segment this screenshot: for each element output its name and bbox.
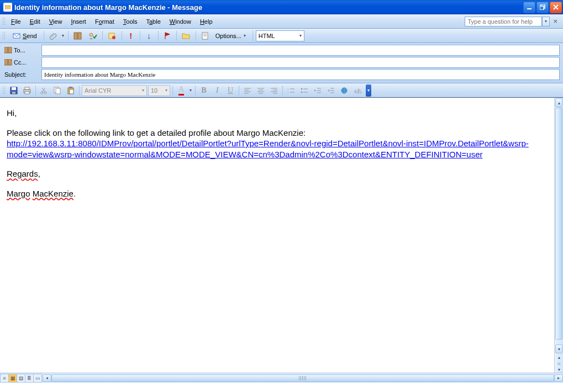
address-area: To... Cc... Subject: <box>0 43 563 83</box>
message-body[interactable]: Hi, Please click on the following link t… <box>0 98 554 373</box>
formatting-toolbar: Arial CYR▾ 10▾ A ▾ B I U 12 aあ ▾ <box>0 83 563 98</box>
menu-help[interactable]: Help <box>196 17 217 27</box>
prev-page-button[interactable]: ▴ <box>555 354 563 361</box>
underline-button[interactable]: U <box>224 84 236 97</box>
flag-button[interactable] <box>161 30 173 42</box>
reading-view-button[interactable]: ▭ <box>33 374 42 383</box>
toolbar-grip[interactable] <box>2 86 6 95</box>
hyperlink-icon <box>340 87 348 94</box>
subject-input[interactable] <box>41 69 560 80</box>
font-size-dropdown[interactable]: 10▾ <box>148 85 170 96</box>
address-book-button[interactable] <box>71 30 85 42</box>
insert-object-button[interactable]: aあ <box>351 84 364 97</box>
help-search-input[interactable] <box>465 17 542 27</box>
paste-button[interactable] <box>65 84 77 97</box>
check-names-button[interactable] <box>86 30 99 42</box>
numbered-list-button[interactable]: 12 <box>285 84 297 97</box>
italic-button[interactable]: I <box>211 84 223 97</box>
outline-view-button[interactable]: ≣ <box>25 374 34 383</box>
decrease-indent-button[interactable] <box>312 84 324 97</box>
svg-point-9 <box>112 36 115 39</box>
menu-insert[interactable]: Insert <box>66 17 91 27</box>
save-button[interactable] <box>8 84 20 97</box>
insert-file-button[interactable] <box>180 30 193 42</box>
restore-button[interactable] <box>536 2 549 13</box>
attach-button[interactable] <box>47 30 59 42</box>
book-icon <box>73 32 82 40</box>
options-button[interactable]: Options...▾ <box>213 30 250 42</box>
scroll-up-button[interactable]: ▴ <box>555 98 562 107</box>
toolbar-grip[interactable] <box>2 17 6 26</box>
font-dropdown[interactable]: Arial CYR▾ <box>82 85 147 96</box>
hscroll-thumb[interactable] <box>51 374 554 382</box>
vertical-scrollbar[interactable]: ▴ ▾ ▴ ○ ▾ <box>554 98 563 373</box>
to-input[interactable] <box>41 45 560 56</box>
permission-button[interactable] <box>106 30 119 42</box>
select-browse-button[interactable]: ○ <box>555 361 563 366</box>
svg-rect-28 <box>69 87 72 88</box>
body-signature-first: Margo <box>7 189 30 198</box>
scroll-down-button[interactable]: ▾ <box>555 345 562 353</box>
normal-view-button[interactable]: ≡ <box>0 374 9 383</box>
web-view-button[interactable]: ▦ <box>8 374 17 383</box>
scroll-left-button[interactable]: ◂ <box>43 374 51 382</box>
align-right-button[interactable] <box>268 84 280 97</box>
menu-format[interactable]: Format <box>91 17 119 27</box>
bold-button[interactable]: B <box>198 84 210 97</box>
svg-rect-5 <box>74 33 77 39</box>
paperclip-icon <box>49 32 57 40</box>
close-button[interactable] <box>550 2 562 13</box>
scroll-track[interactable] <box>555 108 563 344</box>
copy-button[interactable] <box>51 84 64 97</box>
increase-indent-button[interactable] <box>325 84 337 97</box>
menu-view[interactable]: View <box>45 17 67 27</box>
menu-edit[interactable]: Edit <box>25 17 45 27</box>
print-button[interactable] <box>21 84 33 97</box>
horizontal-scrollbar[interactable]: ◂ ▸ <box>43 374 563 383</box>
importance-low-button[interactable]: ↓ <box>143 30 155 42</box>
toolbar-grip[interactable] <box>2 31 6 40</box>
menu-table[interactable]: Table <box>141 17 165 27</box>
toolbar-options-button[interactable]: ▾ <box>366 84 371 97</box>
importance-high-button[interactable]: ! <box>125 30 137 42</box>
cc-button[interactable]: Cc... <box>2 57 41 68</box>
minimize-button[interactable] <box>523 2 535 13</box>
align-center-button[interactable] <box>255 84 267 97</box>
insert-hyperlink-button[interactable] <box>338 84 350 97</box>
bullet-list-button[interactable] <box>298 84 311 97</box>
scroll-thumb[interactable] <box>555 108 562 340</box>
print-view-button[interactable]: ▤ <box>17 374 25 383</box>
next-page-button[interactable]: ▾ <box>555 366 563 373</box>
send-button[interactable]: Send <box>8 30 41 42</box>
svg-point-7 <box>90 33 93 36</box>
to-button[interactable]: To... <box>2 45 41 56</box>
svg-rect-18 <box>12 87 16 90</box>
folder-icon <box>182 32 191 40</box>
exclamation-icon: ! <box>129 31 132 40</box>
menu-tools[interactable]: Tools <box>119 17 142 27</box>
bullet-list-icon <box>301 87 308 94</box>
menu-file[interactable]: File <box>7 17 25 27</box>
scissors-icon <box>40 87 48 94</box>
font-color-icon: A <box>178 85 184 96</box>
font-color-dropdown[interactable]: ▾ <box>188 88 193 93</box>
font-color-button[interactable]: A <box>175 84 187 97</box>
down-arrow-icon: ↓ <box>147 31 151 40</box>
hscroll-track[interactable] <box>51 374 554 382</box>
body-intro: Please click on the following link to ge… <box>7 128 306 137</box>
message-format-dropdown[interactable]: HTML ▾ <box>256 30 304 41</box>
cut-button[interactable] <box>38 84 50 97</box>
help-search-dropdown[interactable]: ▾ <box>542 17 550 27</box>
close-doc-button[interactable]: × <box>550 17 561 25</box>
align-left-button[interactable] <box>241 84 254 97</box>
print-icon <box>23 87 31 94</box>
options-icon-button[interactable] <box>199 30 211 42</box>
body-link[interactable]: http://192.168.3.11:8080/IDMProv/portal/… <box>7 139 529 159</box>
scroll-right-button[interactable]: ▸ <box>554 374 563 382</box>
svg-text:aあ: aあ <box>354 88 361 94</box>
cc-input[interactable] <box>41 57 560 68</box>
attach-dropdown[interactable]: ▾ <box>61 33 65 38</box>
body-signature-last: MacKenzie <box>33 189 73 198</box>
menu-window[interactable]: Window <box>165 17 196 27</box>
align-center-icon <box>257 87 265 94</box>
